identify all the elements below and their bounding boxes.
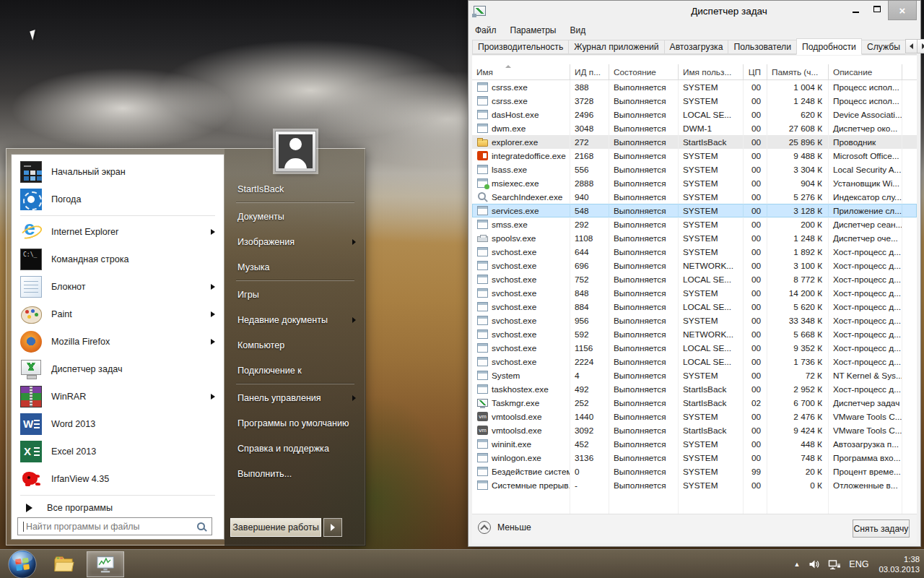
table-row[interactable]: dwm.exe3048ВыполняетсяDWM-10027 608 КДис…	[472, 121, 917, 135]
clock[interactable]: 1:38 03.03.2013	[879, 554, 920, 574]
table-row[interactable]: explorer.exe272ВыполняетсяStartIsBack002…	[472, 135, 917, 149]
title-bar[interactable]: Диспетчер задач ×	[468, 1, 920, 22]
chevron-left-icon	[910, 43, 913, 49]
table-row[interactable]: msiexec.exe2888ВыполняетсяSYSTEM00904 КУ…	[472, 176, 917, 190]
end-task-button[interactable]: Снять задачу	[853, 519, 910, 538]
cell-mem-text: 904 К	[801, 178, 822, 189]
start-menu-item-paint[interactable]: Paint	[12, 301, 224, 328]
start-menu-right-item-подключение-к[interactable]: Подключение к	[225, 358, 366, 383]
start-menu-right-item-программы-по-умолчанию[interactable]: Программы по умолчанию	[225, 410, 366, 436]
start-menu-item-погода[interactable]: Погода	[12, 186, 224, 213]
shutdown-options-button[interactable]	[323, 518, 342, 537]
menubar-item[interactable]: Файл	[475, 25, 497, 35]
shutdown-button[interactable]: Завершение работы	[230, 518, 321, 537]
start-menu-right-item-справка-и-поддержка[interactable]: Справка и поддержка	[225, 436, 366, 461]
column-header-цп[interactable]: ЦП	[744, 64, 767, 79]
table-row[interactable]: spoolsv.exe1108ВыполняетсяSYSTEM001 248 …	[472, 231, 917, 245]
column-header-память-ч-[interactable]: Память (ч...	[767, 64, 829, 79]
table-row[interactable]: Системные прерыв...-ВыполняетсяSYSTEM000…	[472, 478, 917, 492]
table-row[interactable]: vmtoolsd.exe1440ВыполняетсяSYSTEM002 476…	[472, 410, 917, 423]
start-menu-item-mozilla-firefox[interactable]: Mozilla Firefox	[12, 328, 224, 355]
close-button[interactable]: ×	[888, 1, 917, 20]
tab-автозагрузка[interactable]: Автозагрузка	[664, 40, 728, 54]
table-row[interactable]: vmtoolsd.exe3092ВыполняетсяStartIsBack00…	[472, 423, 917, 437]
start-menu-item-командная-строка[interactable]: Командная строка	[12, 246, 224, 273]
language-indicator[interactable]: ENG	[849, 559, 868, 569]
show-hidden-icons-button[interactable]: ▲	[793, 561, 800, 568]
table-row[interactable]: services.exe548ВыполняетсяSYSTEM003 128 …	[472, 204, 917, 217]
volume-icon[interactable]	[808, 558, 820, 570]
table-row[interactable]: svchost.exe752ВыполняетсяLOCAL SE...008 …	[472, 272, 917, 286]
minimize-button[interactable]	[845, 1, 866, 17]
start-menu-right-item-игры[interactable]: Игры	[225, 282, 366, 307]
table-row[interactable]: smss.exe292ВыполняетсяSYSTEM00200 КДиспе…	[472, 217, 917, 231]
table-row[interactable]: csrss.exe3728ВыполняетсяSYSTEM001 248 КП…	[472, 94, 917, 108]
network-icon[interactable]	[828, 558, 841, 570]
task-manager-taskbar-button[interactable]	[87, 551, 124, 577]
table-row[interactable]: svchost.exe644ВыполняетсяSYSTEM001 892 К…	[472, 245, 917, 259]
column-header-имя[interactable]: Имя	[472, 64, 570, 79]
start-menu-item-word-2013[interactable]: Word 2013	[12, 410, 224, 438]
table-row[interactable]: svchost.exe956ВыполняетсяSYSTEM0033 348 …	[472, 314, 917, 327]
table-row[interactable]: lsass.exe556ВыполняетсяSYSTEM003 304 КLo…	[472, 163, 917, 176]
table-row[interactable]: svchost.exe1156ВыполняетсяLOCAL SE...009…	[472, 341, 917, 355]
start-menu-right-item-startisback[interactable]: StartIsBack	[225, 176, 366, 202]
tab-службы[interactable]: Службы	[862, 40, 905, 54]
table-row[interactable]: SearchIndexer.exe940ВыполняетсяSYSTEM005…	[472, 190, 917, 204]
table-row[interactable]: svchost.exe2224ВыполняетсяLOCAL SE...001…	[472, 355, 917, 368]
tab-журнал-приложений[interactable]: Журнал приложений	[568, 40, 663, 54]
start-menu-item-excel-2013[interactable]: Excel 2013	[12, 438, 224, 465]
column-header-состояние[interactable]: Состояние	[609, 64, 679, 79]
start-menu-right-item-музыка[interactable]: Музыка	[225, 254, 366, 280]
tab-scroll-left-button[interactable]	[905, 39, 918, 53]
tab-подробности[interactable]: Подробности	[796, 38, 862, 55]
start-menu-item-блокнот[interactable]: Блокнот	[12, 273, 224, 301]
cell-user-text: SYSTEM	[683, 467, 718, 477]
column-header-ид-п-[interactable]: ИД п...	[570, 64, 609, 79]
start-menu-right-item-недавние-документы[interactable]: Недавние документы	[225, 307, 366, 332]
table-row[interactable]: wininit.exe452ВыполняетсяSYSTEM00448 КАв…	[472, 437, 917, 451]
table-row[interactable]: svchost.exe848ВыполняетсяSYSTEM0014 200 …	[472, 286, 917, 300]
table-row[interactable]: dasHost.exe2496ВыполняетсяLOCAL SE...006…	[472, 108, 917, 121]
file-explorer-taskbar-button[interactable]	[46, 551, 81, 577]
table-row[interactable]: taskhostex.exe492ВыполняетсяStartIsBack0…	[472, 382, 917, 396]
table-row[interactable]: integratedoffice.exe2168ВыполняетсяSYSTE…	[472, 149, 917, 163]
start-menu-item-диспетчер-задач[interactable]: Диспетчер задач	[12, 355, 224, 383]
menubar-item[interactable]: Параметры	[510, 25, 557, 35]
tab-пользователи[interactable]: Пользователи	[728, 40, 796, 54]
table-row[interactable]: System4ВыполняетсяSYSTEM0072 КNT Kernel …	[472, 368, 917, 382]
table-row[interactable]: winlogon.exe3136ВыполняетсяSYSTEM00748 К…	[472, 451, 917, 465]
start-menu-item-winrar[interactable]: WinRAR	[12, 383, 224, 410]
table-row[interactable]: svchost.exe696ВыполняетсяNETWORK...003 1…	[472, 259, 917, 272]
column-header-описание[interactable]: Описание	[829, 64, 902, 79]
cell-desc-text: Device Associati...	[833, 110, 902, 120]
tab-производительность[interactable]: Производительность	[472, 40, 568, 54]
column-header-имя-польз-[interactable]: Имя польз...	[679, 64, 744, 79]
user-avatar[interactable]	[275, 131, 316, 172]
cell-mem: 1 248 К	[767, 231, 829, 245]
search-box[interactable]: Найти программы и файлы	[17, 517, 212, 535]
table-row[interactable]: csrss.exe388ВыполняетсяSYSTEM001 004 КПр…	[472, 80, 917, 94]
tab-scroll-right-button[interactable]	[918, 39, 924, 53]
all-programs-item[interactable]: Все программы	[12, 498, 224, 518]
table-row[interactable]: svchost.exe884ВыполняетсяLOCAL SE...005 …	[472, 300, 917, 314]
start-menu-right-item-изображения[interactable]: Изображения	[225, 229, 366, 254]
cell-name: lsass.exe	[472, 163, 570, 176]
start-menu-item-irfanview-4.35[interactable]: IrfanView 4.35	[12, 465, 224, 493]
maximize-button[interactable]	[866, 1, 888, 17]
cell-cpu: 00	[744, 231, 767, 245]
start-menu-right-item-компьютер[interactable]: Компьютер	[225, 332, 366, 358]
start-menu-right-item-документы[interactable]: Документы	[225, 204, 366, 229]
table-row[interactable]: Taskmgr.exe252ВыполняетсяStartIsBack026 …	[472, 396, 917, 410]
fewer-details-button[interactable]: Меньше	[478, 521, 531, 534]
menubar-item[interactable]: Вид	[570, 25, 585, 35]
start-menu-item-начальный-экран[interactable]: Начальный экран	[12, 158, 224, 186]
cell-cpu-text: 00	[751, 357, 761, 367]
start-menu-item-internet-explorer[interactable]: Internet Explorer	[12, 218, 224, 246]
table-row[interactable]: svchost.exe592ВыполняетсяNETWORK...005 6…	[472, 327, 917, 341]
cell-user: NETWORK...	[679, 259, 744, 272]
table-row[interactable]: Бездействие системы0ВыполняетсяSYSTEM992…	[472, 465, 917, 478]
start-button[interactable]	[7, 549, 38, 578]
start-menu-right-item-панель-управления[interactable]: Панель управления	[225, 385, 366, 410]
start-menu-right-item-выполнить...[interactable]: Выполнить...	[225, 461, 366, 486]
